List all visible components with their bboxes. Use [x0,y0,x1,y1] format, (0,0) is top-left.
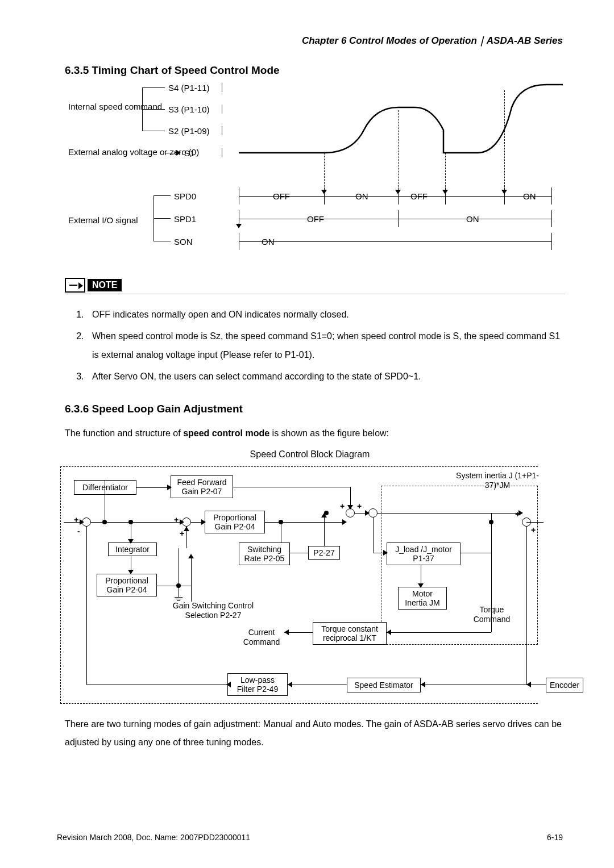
speed-control-block-diagram: Differentiator Feed Forward Gain P2-07 P… [57,463,563,707]
box-jload: J_load /J_motor P1-37 [387,542,460,565]
section-6-3-5-title: 6.3.5 Timing Chart of Speed Control Mode [65,64,563,77]
son-on: ON [262,237,275,247]
box-switching-rate: Switching Rate P2-05 [239,542,290,565]
spd1-off: OFF [307,214,324,224]
ground-icon [175,597,182,601]
timing-chart-diagram: Internal speed command External analog v… [68,85,563,266]
spd0-on2: ON [523,191,536,201]
box-prop-gain2: Proportional Gain P2-04 [97,574,157,596]
note-heading: NOTE [65,278,565,294]
box-integrator: Integrator [108,542,157,556]
box-speed-est: Speed Estimator [347,678,421,692]
intro636-c: is shown as the figure below: [269,428,389,438]
intro636-a: The function and structure of [65,428,183,438]
spd0-off2: OFF [410,191,428,201]
note-badge: NOTE [88,279,122,291]
label-s2: S2 (P1-09) [168,126,210,136]
block-diagram-title: Speed Control Block Diagram [57,449,563,460]
lbl-gain-switch: Gain Switching Control Selection P2-27 [171,601,256,620]
lbl-torque-cmd: Torque Command [469,605,515,624]
box-p2-27: P2-27 [308,546,340,560]
note-item-1: OFF indicates normally open and ON indic… [86,305,563,324]
label-external-io: External I/O signal [68,215,138,225]
intro636-b: speed control mode [183,428,269,438]
note-icon [65,278,85,293]
label-internal-speed: Internal speed command [68,102,162,111]
spd0-off1: OFF [273,191,290,201]
section-6-3-6-title: 6.3.6 Speed Loop Gain Adjustment [65,403,563,415]
label-s3: S3 (P1-10) [168,105,210,114]
lbl-current-cmd: Current Command [239,628,284,647]
label-s4: S4 (P1-11) [168,83,210,93]
para-bottom: There are two turning modes of gain adju… [65,715,563,752]
label-spd1: SPD1 [174,214,196,224]
note-list: OFF indicates normally open and ON indic… [74,305,563,386]
label-s1: S1 [184,148,194,158]
note-item-3: After Servo ON, the users can select com… [86,367,563,386]
label-son: SON [174,237,193,247]
box-lowpass: Low-pass Filter P2-49 [227,673,288,696]
box-ff-gain: Feed Forward Gain P2-07 [171,475,233,498]
spd0-on1: ON [355,191,368,201]
page-header: Chapter 6 Control Modes of Operation｜ASD… [57,34,563,47]
note-item-2: When speed control mode is Sz, the speed… [86,327,563,365]
spd1-on: ON [466,214,479,224]
box-motor-inertia: Motor Inertia JM [398,587,447,610]
box-torque-const: Torque constant reciprocal 1/KT [313,622,387,645]
box-differentiator: Differentiator [74,480,136,495]
footer-right: 6-19 [547,833,563,842]
lbl-system-inertia: System inertia J (1+P1-37)*JM [455,471,540,490]
intro-636: The function and structure of speed cont… [65,424,563,443]
speed-waveform [239,79,563,164]
box-prop-gain: Proportional Gain P2-04 [205,511,265,533]
label-spd0: SPD0 [174,191,196,201]
footer-left: Revision March 2008, Doc. Name: 2007PDD2… [57,833,250,842]
box-encoder: Encoder [546,678,583,692]
